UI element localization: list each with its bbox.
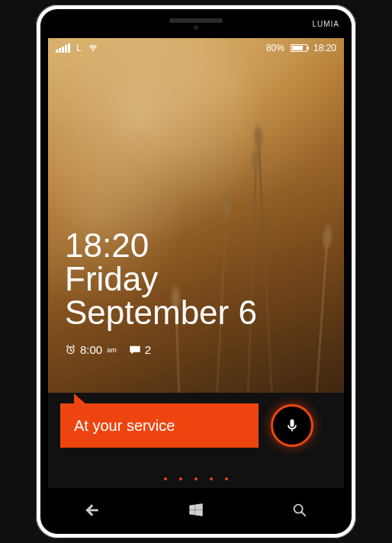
dot — [179, 477, 182, 480]
assistant-bar: At your service — [48, 393, 344, 488]
dot — [225, 477, 228, 480]
cell-signal-icon — [56, 43, 70, 53]
start-button[interactable] — [188, 502, 204, 522]
lock-info-bar: 8:00am 2 — [65, 343, 151, 356]
mic-button[interactable] — [271, 404, 313, 447]
windows-icon — [188, 502, 204, 519]
assistant-text: At your service — [74, 417, 175, 435]
nav-bar — [40, 490, 352, 534]
alarm-time: 8:00 — [80, 343, 102, 356]
dot — [164, 477, 167, 480]
battery-fill — [292, 46, 303, 50]
lock-datetime: 18:20 Friday September 6 — [65, 229, 257, 329]
phone-frame: LUMIA L 80 — [36, 5, 356, 538]
lock-date: September 6 — [65, 296, 257, 329]
screen[interactable]: L 80% 18:20 18:20 Friday September 6 — [48, 38, 344, 488]
mic-icon — [284, 418, 300, 433]
alarm-ampm: am — [107, 346, 117, 354]
alarm-indicator: 8:00am — [65, 343, 117, 356]
message-icon — [129, 345, 141, 355]
wifi-icon — [88, 44, 98, 52]
message-indicator: 2 — [129, 343, 151, 356]
status-clock: 18:20 — [313, 43, 336, 53]
assistant-speech-bubble[interactable]: At your service — [60, 403, 259, 448]
network-label: L — [76, 43, 82, 53]
battery-icon — [291, 44, 307, 52]
alarm-icon — [65, 344, 76, 355]
page-dots — [48, 477, 344, 480]
search-icon — [291, 502, 308, 519]
battery-percent: 80% — [266, 43, 284, 53]
earpiece — [169, 18, 223, 23]
dot — [210, 477, 213, 480]
front-camera — [193, 24, 199, 31]
back-button[interactable] — [84, 502, 101, 522]
status-bar: L 80% 18:20 — [48, 38, 344, 58]
brand-label: LUMIA — [312, 20, 339, 28]
message-count: 2 — [145, 343, 151, 356]
svg-point-1 — [294, 505, 303, 513]
back-icon — [84, 502, 101, 519]
lock-day: Friday — [65, 262, 257, 296]
dot — [194, 477, 198, 480]
search-button[interactable] — [291, 502, 308, 522]
phone-body: LUMIA L 80 — [40, 9, 352, 534]
lock-time: 18:20 — [65, 229, 257, 262]
